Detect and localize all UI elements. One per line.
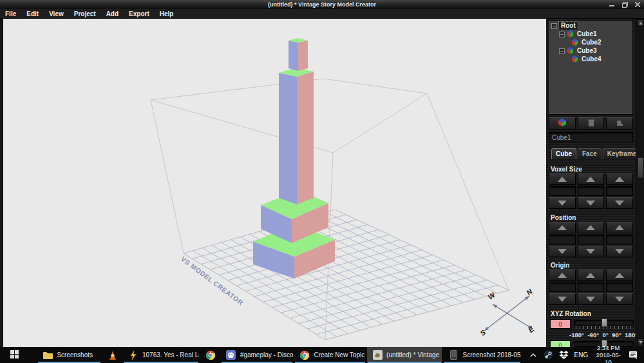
folder-icon [43,350,53,360]
scroll-down-button[interactable] [637,338,644,346]
action-center-icon[interactable] [629,350,638,360]
origin-y-input[interactable] [578,282,605,292]
tree-row-root[interactable]: − Root [549,22,632,30]
position-y-down-button[interactable] [578,246,605,257]
down-arrow-icon [586,297,595,302]
position-z-up-button[interactable] [606,222,633,233]
origin-x-down-button[interactable] [549,293,576,305]
origin-z-up-button[interactable] [606,270,633,281]
taskbar-item-chrome-pinned[interactable] [200,347,220,363]
menu-help[interactable]: Help [155,9,179,19]
add-cube-button[interactable] [549,117,576,130]
tree-label-cube1[interactable]: Cube1 [575,30,599,38]
tree-label-cube2[interactable]: Cube2 [580,39,603,46]
tab-face[interactable]: Face [578,148,601,159]
taskbar-item-vlc[interactable] [102,347,122,363]
down-arrow-icon [615,249,624,254]
viewport-3d[interactable]: VS MODEL CREATOR W N S E [3,19,546,347]
menu-view[interactable]: View [44,9,69,19]
voxel-x-up-button[interactable] [549,173,576,185]
rotation-x-slider[interactable] [574,319,634,329]
origin-y-up-button[interactable] [578,270,605,281]
up-arrow-icon [558,225,567,230]
voxel-z-input[interactable] [606,186,633,196]
windows-logo-icon [10,349,19,361]
taskbar: Screenshots 10763. Yes - Real Lo... #gam… [0,347,644,363]
panel-scrollbar[interactable] [636,19,644,347]
origin-y-down-button[interactable] [578,293,605,305]
voxel-y-input[interactable] [578,186,605,196]
start-button[interactable] [0,347,28,363]
tree-label-cube4[interactable]: Cube4 [580,55,603,63]
scroll-up-button[interactable] [637,19,644,27]
duplicate-button[interactable] [606,117,633,130]
dropbox-icon[interactable] [559,350,569,360]
cube-icon [558,118,567,130]
origin-x-up-button[interactable] [549,270,576,281]
trash-icon [587,118,595,130]
taskbar-item-vintage-story[interactable]: (untitled) * Vintage ... [367,347,442,363]
position-y-input[interactable] [578,235,605,244]
tree-row-cube3[interactable]: − Cube3 [549,47,632,55]
down-arrow-icon [558,201,567,206]
steam-icon[interactable] [544,350,553,360]
voxel-y-up-button[interactable] [578,173,605,185]
down-arrow-icon [615,201,624,206]
clock[interactable]: 2:34 PM 2018-05-10 [594,344,623,363]
tree-row-cube1[interactable]: − Cube1 [549,30,632,38]
taskbar-item-chrome-topic[interactable]: Create New Topic -... [294,347,366,363]
origin-z-down-button[interactable] [606,293,633,305]
position-steppers [549,222,633,257]
cube-icon [571,54,578,65]
position-label: Position [551,214,576,221]
down-arrow-icon [586,249,595,254]
tree-label-cube3[interactable]: Cube3 [575,47,599,55]
voxel-y-down-button[interactable] [578,197,605,209]
collapse-icon[interactable]: − [559,48,565,54]
collapse-icon[interactable]: − [559,32,565,37]
position-x-up-button[interactable] [549,222,576,233]
scroll-thumb[interactable] [638,157,643,178]
close-button[interactable] [634,1,641,8]
position-z-input[interactable] [606,235,633,244]
up-arrow-icon [615,273,624,278]
show-hidden-icons-chevron-icon[interactable] [529,350,538,360]
up-arrow-icon [586,225,595,230]
tab-cube[interactable]: Cube [551,148,576,159]
origin-z-input[interactable] [606,282,633,292]
menu-export[interactable]: Export [124,9,155,19]
voxel-x-down-button[interactable] [549,197,576,209]
voxel-z-up-button[interactable] [606,173,633,185]
delete-button[interactable] [578,117,605,130]
panel-tabs: Cube Face Keyframe P [551,148,643,159]
position-x-down-button[interactable] [549,246,576,257]
element-name-input[interactable] [549,132,633,142]
taskbar-item-screenshot-file[interactable]: Screenshot 2018-05... [443,347,520,363]
up-arrow-icon [615,225,624,230]
menu-edit[interactable]: Edit [21,9,44,19]
menu-file[interactable]: File [0,9,21,19]
system-tray: ENG 2:34 PM 2018-05-10 [522,347,644,363]
taskbar-item-winamp[interactable]: 10763. Yes - Real Lo... [123,347,199,363]
scale-0: 0° [603,331,609,338]
position-z-down-button[interactable] [606,246,633,257]
taskbar-item-discord[interactable]: #gameplay - Discord [221,347,294,363]
tree-row-cube2[interactable]: Cube2 [549,39,632,46]
voxel-x-input[interactable] [549,186,576,196]
language-indicator[interactable]: ENG [574,351,589,358]
discord-icon [226,350,236,360]
menu-project[interactable]: Project [69,9,101,19]
minimize-button[interactable] [608,1,616,8]
menu-add[interactable]: Add [101,9,124,19]
clock-date: 2018-05-10 [594,351,623,363]
taskbar-item-label: 10763. Yes - Real Lo... [142,351,199,358]
collapse-icon[interactable]: − [551,23,557,29]
position-y-up-button[interactable] [578,222,605,233]
origin-x-input[interactable] [549,282,576,292]
position-x-input[interactable] [549,235,576,244]
model-scene [3,19,546,347]
taskbar-item-screenshots[interactable]: Screenshots [37,347,101,363]
restore-button[interactable] [621,1,629,8]
voxel-z-down-button[interactable] [606,197,633,209]
tree-row-cube4[interactable]: Cube4 [549,55,632,63]
